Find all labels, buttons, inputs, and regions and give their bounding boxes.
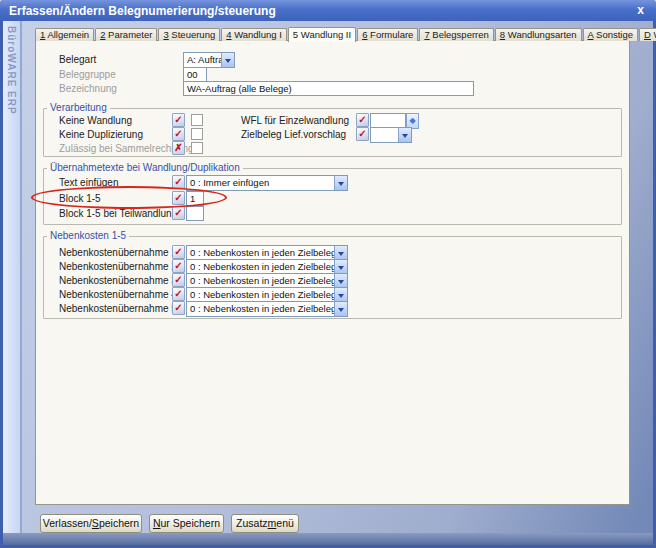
dialog-window: Erfassen/Ändern Belegnumerierung/steueru… xyxy=(0,0,656,548)
flag-check-icon[interactable]: ✓ xyxy=(172,273,185,287)
keine-wandlung-checkbox[interactable] xyxy=(191,114,203,126)
dropdown-arrow-icon[interactable] xyxy=(334,274,347,288)
keine-duplizierung-checkbox[interactable] xyxy=(191,128,203,140)
window-title: Erfassen/Ändern Belegnumerierung/steueru… xyxy=(9,4,276,18)
tab-content-panel: Belegart A: Auftrag Beleggruppe 00 Bezei… xyxy=(35,40,630,505)
verlassen-speichern-button[interactable]: Verlassen/Speichern xyxy=(40,514,142,533)
dropdown-arrow-icon[interactable] xyxy=(398,128,411,142)
belegart-label: Belegart xyxy=(59,54,96,65)
flag-check-icon[interactable]: ✓ xyxy=(172,287,185,301)
nebenkosten-1-label: Nebenkostenübernahme 1 xyxy=(59,247,177,258)
nebenkosten-1-value: 0 : Nebenkosten in jeden Zielbeleg übern… xyxy=(190,247,348,258)
dropdown-arrow-icon[interactable] xyxy=(334,302,347,316)
wfl-einzelwandlung-label: WFL für Einzelwandlung xyxy=(241,115,349,126)
flag-cross-icon[interactable]: ✗ xyxy=(172,141,185,155)
tab-wandlung-1[interactable]: 4 Wandlung I xyxy=(221,28,287,41)
brand-label: BüroWARE ERP xyxy=(6,26,17,115)
tab-steuerung[interactable]: 3 Steuerung xyxy=(158,28,220,41)
flag-check-icon[interactable]: ✓ xyxy=(172,206,185,220)
flag-check-icon[interactable]: ✓ xyxy=(356,113,369,127)
dropdown-arrow-icon[interactable] xyxy=(334,176,347,190)
flag-check-icon[interactable]: ✓ xyxy=(172,301,185,315)
dropdown-arrow-icon[interactable] xyxy=(334,246,347,260)
tab-wandlung-2[interactable]: 5 Wandlung II xyxy=(288,27,356,42)
beleggruppe-field[interactable]: 00 xyxy=(183,67,207,82)
flag-check-icon[interactable]: ✓ xyxy=(172,259,185,273)
dropdown-arrow-icon[interactable] xyxy=(334,288,347,302)
zielbeleg-liefvorschlag-select[interactable] xyxy=(370,127,412,143)
dropdown-arrow-icon[interactable] xyxy=(221,53,234,67)
window-bottom-edge xyxy=(3,533,653,545)
belegart-select[interactable]: A: Auftrag xyxy=(183,52,235,68)
nebenkosten-4-label: Nebenkostenübernahme 4 xyxy=(59,289,177,300)
flag-check-icon[interactable]: ✓ xyxy=(172,127,185,141)
group-uebernahmetexte-title: Übernahmetexte bei Wandlung/Duplikation xyxy=(47,162,243,173)
dialog-client-area: BüroWARE ERP 1 Allgemein 2 Parameter 3 S… xyxy=(3,21,653,545)
beleggruppe-label: Beleggruppe xyxy=(59,69,116,80)
block-1-5-teilwandlung-label: Block 1-5 bei Teilwandlung xyxy=(59,208,177,219)
nebenkosten-5-value: 0 : Nebenkosten in jeden Zielbeleg übern… xyxy=(190,303,348,314)
block-1-5-teilwandlung-field[interactable] xyxy=(186,206,204,221)
zusatzmenue-button[interactable]: Zusatzmenü xyxy=(231,514,299,533)
nebenkosten-5-label: Nebenkostenübernahme 5 xyxy=(59,303,177,314)
annotation-ellipse xyxy=(31,186,227,209)
tab-strip: 1 Allgemein 2 Parameter 3 Steuerung 4 Wa… xyxy=(35,26,656,41)
nur-speichern-button[interactable]: Nur Speichern xyxy=(149,514,224,533)
tab-sonstige[interactable]: A Sonstige xyxy=(583,28,638,41)
nebenkosten-2-label: Nebenkostenübernahme 2 xyxy=(59,261,177,272)
zielbeleg-liefvorschlag-label: Zielbeleg Lief.vorschlag xyxy=(241,129,346,140)
tab-formulare[interactable]: 6 Formulare xyxy=(357,28,418,41)
group-nebenkosten-title: Nebenkosten 1-5 xyxy=(47,230,129,241)
bezeichnung-field[interactable]: WA-Auftrag (alle Belege) xyxy=(183,81,474,96)
flag-check-icon[interactable]: ✓ xyxy=(356,127,369,141)
tab-wandlungsarten[interactable]: 8 Wandlungsarten xyxy=(495,28,582,41)
dropdown-arrow-icon[interactable] xyxy=(334,260,347,274)
tab-allgemein[interactable]: 1 Allgemein xyxy=(35,28,94,41)
flag-check-icon[interactable]: ✓ xyxy=(172,245,185,259)
nebenkosten-3-value: 0 : Nebenkosten in jeden Zielbeleg übern… xyxy=(190,275,348,286)
title-bar: Erfassen/Ändern Belegnumerierung/steueru… xyxy=(0,0,656,21)
brand-strip: BüroWARE ERP xyxy=(3,21,22,533)
nebenkosten-5-select[interactable]: 0 : Nebenkosten in jeden Zielbeleg übern… xyxy=(186,301,348,317)
tab-wfltb[interactable]: D WFL/TB xyxy=(639,28,656,41)
nebenkosten-3-label: Nebenkostenübernahme 3 xyxy=(59,275,177,286)
flag-check-icon[interactable]: ✓ xyxy=(172,113,185,127)
keine-duplizierung-label: Keine Duplizierung xyxy=(59,129,143,140)
tab-belegsperren[interactable]: 7 Belegsperren xyxy=(419,28,493,41)
text-einfuegen-value: 0 : Immer einfügen xyxy=(190,177,269,188)
nebenkosten-2-value: 0 : Nebenkosten in jeden Zielbeleg übern… xyxy=(190,261,348,272)
nebenkosten-4-value: 0 : Nebenkosten in jeden Zielbeleg übern… xyxy=(190,289,348,300)
keine-wandlung-label: Keine Wandlung xyxy=(59,115,132,126)
text-einfuegen-select[interactable]: 0 : Immer einfügen xyxy=(186,175,348,191)
close-icon[interactable]: x xyxy=(637,4,644,16)
zulaessig-sammelrechnung-checkbox[interactable] xyxy=(191,142,203,154)
tab-parameter[interactable]: 2 Parameter xyxy=(95,28,157,41)
bezeichnung-label: Bezeichnung xyxy=(59,83,117,94)
group-verarbeitung-title: Verarbeitung xyxy=(47,102,110,113)
